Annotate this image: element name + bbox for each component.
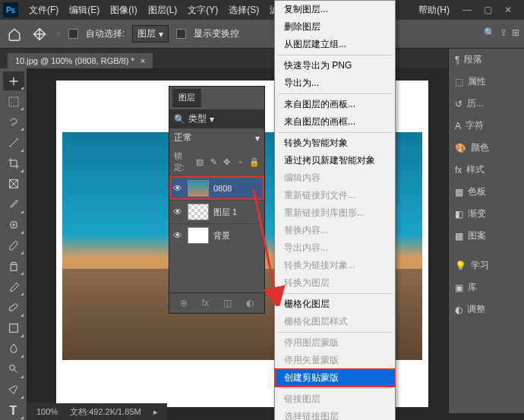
panel-learn[interactable]: 💡学习 bbox=[449, 254, 524, 276]
layer-name[interactable]: 图层 1 bbox=[213, 207, 237, 218]
layer-name[interactable]: 背景 bbox=[213, 230, 230, 242]
lasso-tool[interactable] bbox=[3, 112, 24, 131]
auto-select-checkbox[interactable] bbox=[68, 29, 78, 39]
context-menu-item[interactable]: 来自图层的画板... bbox=[275, 96, 395, 113]
context-menu-item[interactable]: 栅格化图层 bbox=[275, 295, 395, 313]
context-menu-item[interactable]: 复制图层... bbox=[275, 1, 395, 18]
menu-type[interactable]: 文字(Y) bbox=[183, 2, 223, 19]
document-tab-bar: 10.jpg @ 100% (0808, RGB/8) * × bbox=[0, 49, 524, 68]
context-menu-separator bbox=[278, 132, 392, 133]
context-menu-item[interactable]: 通过拷贝新建智能对象 bbox=[275, 152, 395, 169]
close-icon[interactable]: ✕ bbox=[504, 5, 512, 15]
type-tool[interactable]: T bbox=[3, 401, 24, 420]
lock-paint-icon[interactable]: ✎ bbox=[209, 157, 219, 167]
context-menu-item[interactable]: 从图层建立组... bbox=[275, 36, 395, 53]
context-menu-item[interactable]: 创建剪贴蒙版 bbox=[275, 369, 395, 387]
menu-select[interactable]: 选择(S) bbox=[224, 2, 264, 19]
context-menu-item: 转换为链接对象... bbox=[275, 257, 395, 274]
lock-all-icon[interactable]: 🔒 bbox=[249, 157, 260, 167]
eyedropper-tool[interactable] bbox=[3, 195, 24, 214]
lock-artboard-icon[interactable]: ▫ bbox=[235, 157, 245, 166]
search-icon[interactable]: 🔍 bbox=[484, 27, 495, 38]
callout-arrow bbox=[248, 185, 286, 306]
context-menu-item[interactable]: 导出为... bbox=[275, 74, 395, 92]
zoom-level[interactable]: 100% bbox=[36, 407, 58, 416]
adjustments-icon: ◐ bbox=[455, 305, 462, 315]
maximize-icon[interactable]: ▢ bbox=[484, 5, 492, 15]
menu-image[interactable]: 图像(I) bbox=[106, 2, 141, 19]
gradient-tool[interactable] bbox=[3, 319, 24, 338]
share-icon[interactable]: ⇪ bbox=[500, 27, 507, 38]
panel-libraries[interactable]: ▣库 bbox=[449, 276, 524, 298]
panel-styles[interactable]: fx样式 bbox=[449, 159, 524, 181]
lock-transparency-icon[interactable]: ▨ bbox=[195, 157, 205, 167]
status-bar: 100% 文档:492.2K/1.85M ▸ bbox=[27, 403, 167, 420]
panel-gradients[interactable]: ◧渐变 bbox=[449, 203, 524, 225]
panel-adjustments[interactable]: ◐调整 bbox=[449, 298, 524, 321]
panel-patterns[interactable]: ▩图案 bbox=[449, 225, 524, 247]
pen-tool[interactable] bbox=[3, 381, 24, 399]
document-info[interactable]: 文档:492.2K/1.85M bbox=[70, 406, 141, 418]
clone-stamp-tool[interactable] bbox=[3, 257, 24, 276]
context-menu-item[interactable]: 快速导出为 PNG bbox=[275, 57, 395, 74]
context-menu-item: 栅格化图层样式 bbox=[275, 313, 395, 330]
blend-mode-dropdown[interactable]: 正常▾ bbox=[169, 128, 264, 147]
styles-icon: fx bbox=[455, 165, 462, 175]
menu-layer[interactable]: 图层(L) bbox=[144, 2, 182, 19]
layers-panel-tab[interactable]: 图层 bbox=[172, 89, 201, 107]
layer-thumbnail bbox=[188, 204, 209, 220]
eraser-tool[interactable] bbox=[3, 298, 24, 317]
context-menu-item: 停用矢量蒙版 bbox=[275, 352, 395, 369]
layer-name[interactable]: 0808 bbox=[213, 184, 232, 193]
paragraph-icon: ¶ bbox=[455, 55, 459, 65]
brush-tool[interactable] bbox=[3, 236, 24, 255]
marquee-tool[interactable] bbox=[3, 92, 24, 111]
mask-icon[interactable]: ◫ bbox=[223, 298, 232, 308]
visibility-toggle[interactable]: 👁 bbox=[172, 183, 183, 194]
context-menu-item: 停用图层蒙版 bbox=[275, 334, 395, 352]
magic-wand-tool[interactable] bbox=[3, 133, 24, 152]
context-menu-item[interactable]: 删除图层 bbox=[275, 18, 395, 36]
window-controls: — ▢ ✕ bbox=[462, 5, 521, 15]
lock-position-icon[interactable]: ✥ bbox=[222, 157, 232, 167]
document-tab[interactable]: 10.jpg @ 100% (0808, RGB/8) * × bbox=[8, 53, 153, 68]
info-expand-icon[interactable]: ▸ bbox=[153, 407, 158, 417]
dodge-tool[interactable] bbox=[3, 360, 24, 379]
menu-file[interactable]: 文件(F) bbox=[24, 2, 63, 19]
gradients-icon: ◧ bbox=[455, 209, 463, 219]
visibility-toggle[interactable]: 👁 bbox=[172, 230, 183, 241]
context-menu-item[interactable]: 来自图层的画框... bbox=[275, 113, 395, 131]
visibility-toggle[interactable]: 👁 bbox=[172, 207, 183, 217]
workspace-top-icons: 🔍 ⇪ ⊞ bbox=[484, 27, 519, 38]
window-arrange-icon[interactable]: ⊞ bbox=[512, 27, 519, 38]
layer-context-menu: 复制图层...删除图层从图层建立组...快速导出为 PNG导出为...来自图层的… bbox=[274, 0, 396, 420]
auto-select-target-dropdown[interactable]: 图层▾ bbox=[132, 25, 169, 43]
menu-help[interactable]: 帮助(H) bbox=[414, 2, 454, 19]
healing-brush-tool[interactable] bbox=[3, 216, 24, 235]
move-tool[interactable] bbox=[3, 71, 24, 90]
history-brush-tool[interactable] bbox=[3, 277, 24, 296]
home-icon[interactable] bbox=[6, 26, 23, 43]
panel-character[interactable]: A字符 bbox=[449, 115, 524, 137]
layers-filter-type[interactable]: 类型 bbox=[188, 112, 207, 125]
panel-color[interactable]: 🎨颜色 bbox=[449, 137, 524, 159]
link-layers-icon[interactable]: ⊕ bbox=[180, 298, 188, 308]
title-bar: Ps 文件(F) 编辑(E) 图像(I) 图层(L) 文字(Y) 选择(S) 滤… bbox=[0, 0, 524, 20]
layers-lock-row: 锁定: ▨ ✎ ✥ ▫ 🔒 bbox=[169, 147, 264, 176]
layer-thumbnail bbox=[188, 227, 209, 244]
close-tab-icon[interactable]: × bbox=[140, 56, 145, 65]
crop-tool[interactable] bbox=[3, 154, 24, 173]
panel-paragraph[interactable]: ¶段落 bbox=[449, 49, 524, 71]
show-transform-checkbox[interactable] bbox=[176, 29, 186, 39]
menu-edit[interactable]: 编辑(E) bbox=[65, 2, 104, 19]
fx-icon[interactable]: fx bbox=[202, 298, 209, 308]
minimize-icon[interactable]: — bbox=[462, 5, 472, 15]
frame-tool[interactable] bbox=[3, 175, 24, 194]
patterns-icon: ▩ bbox=[455, 231, 463, 242]
blur-tool[interactable] bbox=[3, 339, 24, 358]
panel-properties[interactable]: ⬚属性 bbox=[449, 71, 524, 93]
move-tool-icon[interactable] bbox=[30, 25, 49, 43]
context-menu-item[interactable]: 转换为智能对象 bbox=[275, 134, 395, 152]
panel-swatches[interactable]: ▦色板 bbox=[449, 181, 524, 203]
panel-history[interactable]: ↺历... bbox=[449, 93, 524, 115]
